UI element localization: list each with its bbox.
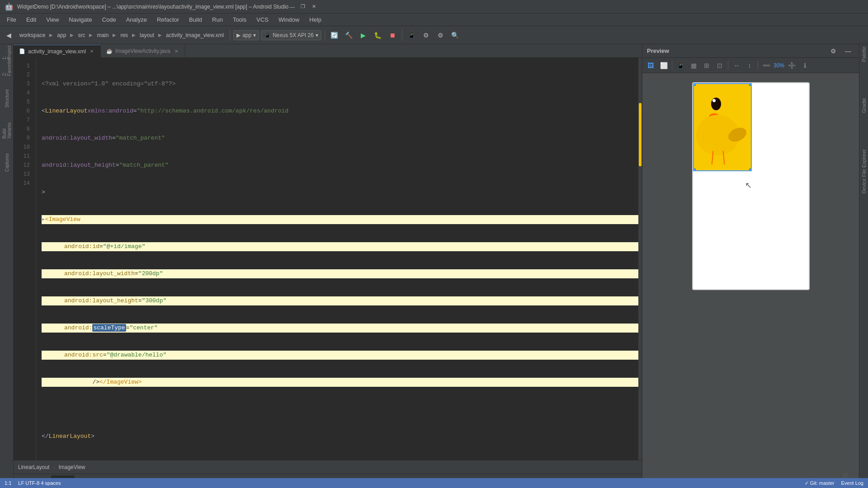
imageview-widget[interactable] [693, 83, 752, 171]
sidebar-icon-captures[interactable]: Captures [2, 157, 11, 169]
preview-device-mode[interactable]: 📱 [675, 60, 686, 71]
line-numbers: 1 2 3 4 5 6 7 8 9 10 11 12 13 14 [14, 58, 36, 460]
menu-build[interactable]: Build [184, 15, 207, 24]
menu-run[interactable]: Run [208, 15, 227, 24]
chick-eye [711, 98, 721, 110]
code-line-14: </LinearLayout> [42, 432, 638, 441]
preview-close-button[interactable]: — [842, 45, 854, 57]
maximize-button[interactable]: ❐ [299, 3, 307, 10]
preview-tablet-mode[interactable]: ▦ [688, 60, 699, 71]
sidebar-icon-structure[interactable]: Structure [2, 93, 11, 104]
device-file-label[interactable]: Device File Explorer [861, 149, 867, 193]
tab-xml-close[interactable]: ✕ [89, 48, 95, 55]
handle-br[interactable] [749, 169, 752, 171]
title-text: WidgetDemo [D:\Android\workspace] – ...\… [17, 4, 288, 10]
handle-tl[interactable] [693, 83, 696, 86]
preview-panel: Preview ⚙ — 🖼 ⬜ 📱 ▦ ⊞ ⊡ ↔ ↕ ➖ 30% ➕ [642, 44, 859, 488]
preview-title: Preview [647, 47, 825, 54]
minimize-button[interactable]: — [288, 3, 296, 10]
device-dropdown[interactable]: 📱 Nexus 5X API 26 ▾ [261, 30, 321, 40]
bc-app[interactable]: app [54, 29, 69, 42]
menu-edit[interactable]: Edit [22, 15, 41, 24]
menu-file[interactable]: File [2, 15, 21, 24]
code-line-10: android:scaleType="center" [42, 324, 638, 333]
tab-bar: 📄 activity_image_view.xml ✕ ☕ ImageViewA… [14, 44, 642, 58]
zoom-out-button[interactable]: ➖ [760, 60, 772, 71]
java-file-icon: ☕ [106, 48, 113, 54]
sync-button[interactable]: 🔄 [328, 29, 341, 42]
status-right: ✓ Git: master Event Log [805, 480, 863, 486]
code-line-9: android:layout_height="300dp" [42, 296, 638, 305]
zoom-control: ➖ 30% ➕ [760, 60, 797, 71]
code-line-11: android:src="@drawable/hello" [42, 351, 638, 360]
zoom-in-button[interactable]: ➕ [786, 60, 797, 71]
gradle-label[interactable]: Gradle [861, 98, 867, 113]
menu-help[interactable]: Help [305, 15, 326, 24]
sidebar-icon-build-variants[interactable]: Build Variants [2, 125, 11, 136]
breadcrumb-imageview[interactable]: ImageView [58, 464, 85, 470]
bc-src[interactable]: src [75, 29, 88, 42]
bc-layout[interactable]: layout [137, 29, 157, 42]
handle-bl[interactable] [693, 169, 696, 171]
code-line-2: <LinearLayout xmlns:android="http://sche… [42, 107, 638, 116]
bc-res[interactable]: res [118, 29, 131, 42]
search-button[interactable]: 🔍 [449, 29, 462, 42]
menu-vcs[interactable]: VCS [252, 15, 273, 24]
preview-design-toggle[interactable]: 🖼 [645, 60, 656, 71]
menu-refactor[interactable]: Refactor [152, 15, 184, 24]
code-line-13 [42, 405, 638, 414]
palette-label[interactable]: Palette [861, 47, 867, 62]
back-button[interactable]: ◀ [2, 29, 15, 42]
build-button[interactable]: 🔨 [343, 29, 355, 42]
debug-button[interactable]: 🐛 [372, 29, 384, 42]
preview-canvas: ↖ // [642, 73, 859, 488]
code-line-7: android:id="@+id/image" [42, 242, 638, 251]
stop-button[interactable]: ⏹ [386, 29, 399, 42]
menu-analyze[interactable]: Analyze [122, 15, 151, 24]
menu-tools[interactable]: Tools [228, 15, 251, 24]
menu-code[interactable]: Code [98, 15, 121, 24]
code-line-6: ▸ <ImageView [42, 215, 638, 224]
tab-java-close[interactable]: ✕ [173, 48, 179, 54]
close-button[interactable]: ✕ [310, 3, 317, 10]
bc-main[interactable]: main [94, 29, 111, 42]
run-button[interactable]: ▶ [357, 29, 370, 42]
run-config-dropdown[interactable]: ▶ app ▾ [233, 30, 259, 40]
gutter-right [638, 58, 642, 460]
preview-grid-toggle[interactable]: ⊞ [701, 60, 712, 71]
status-event-log: Event Log [841, 480, 863, 486]
code-line-3: android:layout_width="match_parent" [42, 134, 638, 143]
code-content[interactable]: <?xml version="1.0" encoding="utf-8"?> <… [36, 58, 638, 460]
zoom-level: 30% [774, 62, 784, 69]
preview-resize-v[interactable]: ↕ [744, 60, 755, 71]
code-line-8: android:layout_width="200dp" [42, 269, 638, 278]
menu-view[interactable]: View [42, 15, 63, 24]
preview-header: Preview ⚙ — [642, 44, 859, 58]
preview-settings-button[interactable]: ⚙ [827, 45, 840, 57]
settings-button[interactable]: ⚙ [434, 29, 447, 42]
code-line-4: android:layout_height="match_parent" [42, 161, 638, 170]
sdk-button[interactable]: ⚙ [420, 29, 433, 42]
tab-xml[interactable]: 📄 activity_image_view.xml ✕ [14, 45, 101, 57]
toolbar: ◀ workspace ▶ app ▶ src ▶ main ▶ res ▶ l… [0, 26, 868, 44]
tab-java[interactable]: ☕ ImageViewActivity.java ✕ [101, 45, 185, 57]
sidebar-icon-favorites[interactable]: 2: Favorites [2, 61, 11, 72]
preview-blueprint-toggle[interactable]: ⬜ [658, 60, 670, 71]
sidebar-icon-project[interactable]: 1: Project [2, 47, 11, 58]
menu-window[interactable]: Window [274, 15, 304, 24]
preview-info-button[interactable]: ℹ [799, 60, 811, 71]
tab-xml-label: activity_image_view.xml [28, 48, 86, 55]
preview-constraint-toggle[interactable]: ⊡ [714, 60, 726, 71]
avd-button[interactable]: 📱 [406, 29, 418, 42]
menu-navigate[interactable]: Navigate [64, 15, 96, 24]
bc-xml[interactable]: activity_image_view.xml [163, 29, 226, 42]
breadcrumb-bar: workspace ▶ app ▶ src ▶ main ▶ res ▶ lay… [17, 29, 226, 42]
cursor-position: ↖ [745, 180, 752, 190]
editor-area: 📄 activity_image_view.xml ✕ ☕ ImageViewA… [14, 44, 642, 488]
code-editor[interactable]: 1 2 3 4 5 6 7 8 9 10 11 12 13 14 <?xml v… [14, 58, 642, 460]
preview-resize-h[interactable]: ↔ [731, 60, 742, 71]
bc-workspace[interactable]: workspace [17, 29, 48, 42]
left-sidebar-icons: 1: Project 2: Favorites Structure Build … [0, 44, 14, 488]
handle-tr[interactable] [749, 83, 752, 86]
breadcrumb-linearlayout[interactable]: LinearLayout [18, 464, 49, 470]
